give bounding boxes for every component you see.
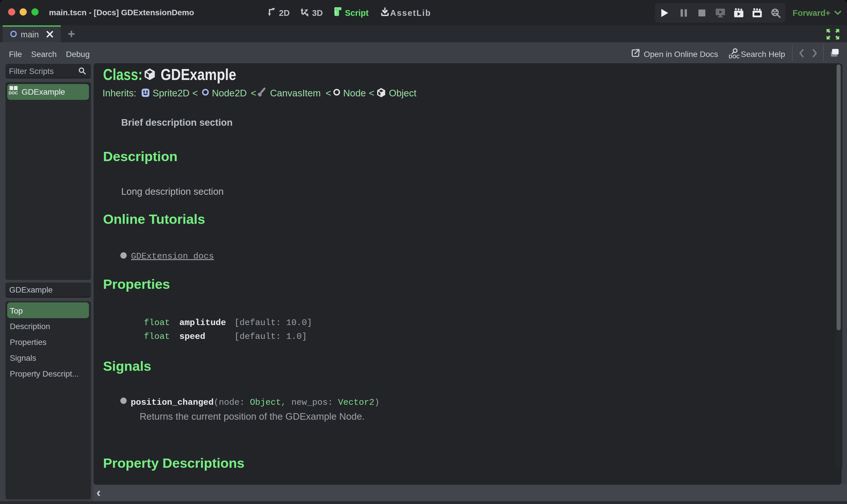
svg-text:DOC: DOC xyxy=(729,54,739,59)
svg-text:DOC: DOC xyxy=(8,91,18,95)
